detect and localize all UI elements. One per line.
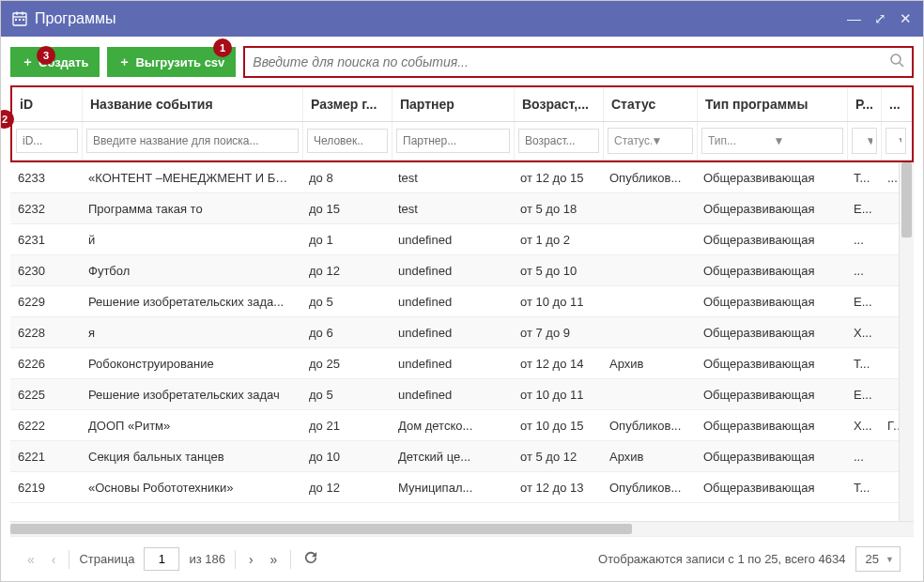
table-row[interactable]: 6229Решение изобретательских зада...до 5… <box>10 286 899 317</box>
first-page-button[interactable]: « <box>23 552 38 567</box>
filter-status-dropdown[interactable]: Статус...▼ <box>608 128 693 154</box>
col-header-type[interactable]: Тип программы <box>698 87 848 121</box>
table-row[interactable]: 6222ДООП «Ритм»до 21Дом детско...от 10 д… <box>10 410 899 441</box>
close-icon[interactable]: ✕ <box>900 10 912 27</box>
create-button[interactable]: ＋ Создать <box>10 47 100 77</box>
page-number-input[interactable] <box>144 547 179 571</box>
cell-name[interactable]: я <box>81 326 301 340</box>
cell-size: до 1 <box>301 233 391 247</box>
cell-age: от 12 до 13 <box>513 481 602 495</box>
col-header-size[interactable]: Размер г... <box>303 87 393 121</box>
minimize-icon[interactable]: — <box>847 10 861 27</box>
scrollbar-thumb[interactable] <box>901 162 912 237</box>
col-header-r[interactable]: Р... <box>848 87 882 121</box>
pager-toolbar: « ‹ Страница из 186 › » Отображаются зап… <box>10 536 914 581</box>
filter-type-dropdown[interactable]: Тип...▼ <box>701 128 843 154</box>
table-row[interactable]: 6228ядо 6undefinedот 7 до 9Общеразвивающ… <box>10 317 899 348</box>
cell-size: до 21 <box>301 419 391 433</box>
last-page-button[interactable]: » <box>267 552 282 567</box>
cell-name[interactable]: «КОНТЕНТ –МЕНЕДЖМЕНТ И БЛО... <box>81 171 301 185</box>
col-header-id[interactable]: iD <box>12 87 83 121</box>
cell-r: ... <box>846 450 880 464</box>
cell-age: от 5 до 18 <box>513 202 602 216</box>
horizontal-scrollbar[interactable] <box>10 521 914 536</box>
cell-r: Е... <box>846 295 880 309</box>
filter-dots-dropdown[interactable]: ▼ <box>886 128 906 154</box>
table-row[interactable]: 6232Программа такая тодо 15testот 5 до 1… <box>10 193 899 224</box>
cell-partner[interactable]: undefined <box>391 295 513 309</box>
cell-name[interactable]: ДООП «Ритм» <box>81 419 301 433</box>
cell-partner[interactable]: Муниципал... <box>391 481 513 495</box>
page-size-dropdown[interactable]: 25 <box>855 546 901 572</box>
cell-age: от 5 до 12 <box>513 450 602 464</box>
cell-age: от 10 до 15 <box>513 419 602 433</box>
cell-id: 6226 <box>10 357 81 371</box>
cell-age: от 12 до 15 <box>513 171 602 185</box>
cell-name[interactable]: Решение изобретательских зада... <box>81 295 301 309</box>
filter-r-dropdown[interactable]: ▼ <box>852 128 877 154</box>
table-row[interactable]: 6226Робоконструированиедо 25undefinedот … <box>10 348 899 379</box>
refresh-button[interactable] <box>300 551 321 567</box>
global-search-wrap <box>243 46 914 78</box>
table-row[interactable]: 6231йдо 1undefinedот 1 до 2Общеразвивающ… <box>10 224 899 255</box>
cell-partner[interactable]: Детский це... <box>391 450 513 464</box>
table-row[interactable]: 6233«КОНТЕНТ –МЕНЕДЖМЕНТ И БЛО...до 8tes… <box>10 162 899 193</box>
cell-id: 6219 <box>10 481 81 495</box>
filter-age-input[interactable] <box>518 129 599 153</box>
cell-r: Е... <box>846 202 880 216</box>
cell-partner[interactable]: undefined <box>391 388 513 402</box>
global-search-input[interactable] <box>253 54 889 69</box>
filter-partner-input[interactable] <box>396 129 510 153</box>
annotation-marker-1: 1 <box>213 38 232 57</box>
svg-rect-5 <box>19 19 21 21</box>
table-row[interactable]: 6230Футболдо 12undefinedот 5 до 10Общера… <box>10 255 899 286</box>
cell-size: до 8 <box>301 171 391 185</box>
h-scrollbar-thumb[interactable] <box>10 524 632 534</box>
cell-name[interactable]: Программа такая то <box>81 202 301 216</box>
cell-id: 6232 <box>10 202 81 216</box>
search-icon[interactable] <box>889 53 904 71</box>
prev-page-button[interactable]: ‹ <box>48 552 60 567</box>
cell-age: от 1 до 2 <box>513 233 602 247</box>
cell-partner[interactable]: Дом детско... <box>391 419 513 433</box>
col-header-dots[interactable]: ... <box>882 87 910 121</box>
cell-name[interactable]: Секция бальных танцев <box>81 450 301 464</box>
cell-partner[interactable]: undefined <box>391 264 513 278</box>
table-row[interactable]: 6221Секция бальных танцевдо 10Детский це… <box>10 441 899 472</box>
col-header-partner[interactable]: Партнер <box>393 87 515 121</box>
maximize-icon[interactable]: ⤢ <box>874 10 886 27</box>
cell-status: Опубликов... <box>602 481 696 495</box>
titlebar: Программы — ⤢ ✕ <box>1 1 923 37</box>
cell-partner[interactable]: undefined <box>391 357 513 371</box>
cell-r: ... <box>846 264 880 278</box>
filter-name-input[interactable] <box>86 129 299 153</box>
next-page-button[interactable]: › <box>245 552 257 567</box>
cell-partner[interactable]: undefined <box>391 233 513 247</box>
table-row[interactable]: 6225Решение изобретательских задачдо 5un… <box>10 379 899 410</box>
cell-partner[interactable]: test <box>391 202 513 216</box>
cell-id: 6221 <box>10 450 81 464</box>
vertical-scrollbar[interactable] <box>899 162 914 521</box>
cell-r: Х... <box>846 326 880 340</box>
col-header-name[interactable]: Название события <box>83 87 303 121</box>
cell-name[interactable]: Футбол <box>81 264 301 278</box>
cell-type: Общеразвивающая <box>696 419 846 433</box>
svg-rect-4 <box>15 19 17 21</box>
col-header-status[interactable]: Статус <box>604 87 698 121</box>
filter-id-input[interactable] <box>16 129 78 153</box>
svg-line-8 <box>900 63 903 67</box>
cell-name[interactable]: Решение изобретательских задач <box>81 388 301 402</box>
col-header-age[interactable]: Возраст,... <box>515 87 604 121</box>
cell-name[interactable]: «Основы Робототехники» <box>81 481 301 495</box>
cell-name[interactable]: й <box>81 233 301 247</box>
table-row[interactable]: 6219«Основы Робототехники»до 12Муниципал… <box>10 472 899 503</box>
cell-type: Общеразвивающая <box>696 264 846 278</box>
filter-size-input[interactable] <box>307 129 388 153</box>
cell-id: 6229 <box>10 295 81 309</box>
cell-partner[interactable]: test <box>391 171 513 185</box>
cell-status: Архив <box>602 357 696 371</box>
cell-age: от 7 до 9 <box>513 326 602 340</box>
cell-name[interactable]: Робоконструирование <box>81 357 301 371</box>
cell-partner[interactable]: undefined <box>391 326 513 340</box>
cell-type: Общеразвивающая <box>696 171 846 185</box>
